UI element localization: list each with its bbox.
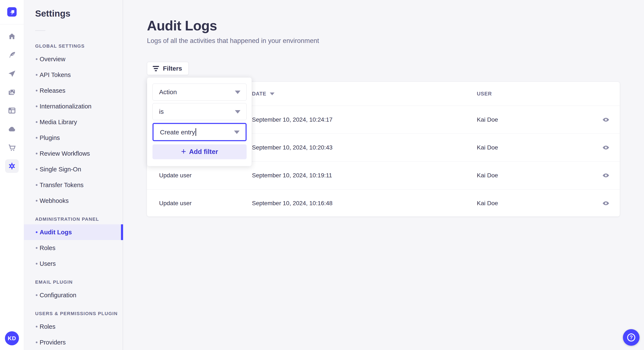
- view-log-button[interactable]: [600, 141, 612, 154]
- text-cursor: [196, 128, 196, 136]
- filter-field-select[interactable]: Action: [152, 84, 246, 101]
- layout-icon[interactable]: [5, 104, 19, 117]
- sidebar-item-api-tokens[interactable]: API Tokens: [24, 67, 123, 83]
- page-subtitle: Logs of all the activities that happened…: [147, 37, 319, 45]
- app-root: KD Settings GLOBAL SETTINGSOverviewAPI T…: [0, 0, 644, 350]
- add-filter-button[interactable]: + Add filter: [152, 144, 246, 159]
- rail-divider: [0, 24, 24, 24]
- sidebar-section-users-permissions-plugin: USERS & PERMISSIONS PLUGINRolesProviders: [24, 311, 123, 350]
- sidebar-item-media-library[interactable]: Media Library: [24, 114, 123, 130]
- sidebar-section-label: GLOBAL SETTINGS: [35, 43, 123, 49]
- user-avatar[interactable]: KD: [5, 331, 19, 345]
- sidebar-item-releases[interactable]: Releases: [24, 83, 123, 98]
- bullet-icon: [36, 294, 38, 296]
- bullet-icon: [36, 326, 38, 328]
- filter-popover: Action is Create entry + Add filter: [147, 77, 252, 166]
- view-log-button[interactable]: [600, 169, 612, 182]
- sidebar-section-email-plugin: EMAIL PLUGINConfiguration: [24, 279, 123, 303]
- gear-icon[interactable]: [5, 159, 19, 173]
- strapi-logo[interactable]: [7, 7, 16, 16]
- sidebar-item-label: Roles: [40, 323, 55, 330]
- cell-row-actions: [592, 169, 620, 182]
- view-log-button[interactable]: [600, 197, 612, 210]
- sidebar-item-plugins[interactable]: Plugins: [24, 130, 123, 146]
- cell-user: Kai Doe: [477, 200, 592, 207]
- sidebar-item-label: Internationalization: [40, 103, 91, 110]
- sidebar-item-single-sign-on[interactable]: Single Sign-On: [24, 161, 123, 177]
- chevron-down-icon: [235, 110, 240, 114]
- chevron-down-icon: [235, 91, 240, 94]
- sidebar-item-label: Users: [40, 260, 56, 267]
- sidebar-item-users[interactable]: Users: [24, 256, 123, 272]
- bullet-icon: [36, 137, 38, 139]
- bullet-icon: [36, 105, 38, 107]
- sidebar-item-list: Audit LogsRolesUsers: [24, 224, 123, 272]
- sidebar-section-label: USERS & PERMISSIONS PLUGIN: [35, 311, 123, 317]
- feather-icon[interactable]: [5, 48, 19, 62]
- nav-rail: KD: [0, 0, 24, 350]
- sidebar-title: Settings: [35, 8, 70, 19]
- cell-date: September 10, 2024, 10:19:11: [252, 172, 477, 179]
- sidebar-item-list: RolesProviders: [24, 319, 123, 350]
- pictures-icon[interactable]: [5, 85, 19, 99]
- sidebar-item-internationalization[interactable]: Internationalization: [24, 98, 123, 114]
- view-log-button[interactable]: [600, 113, 612, 126]
- sidebar-item-audit-logs[interactable]: Audit Logs: [24, 224, 123, 240]
- settings-sidebar: Settings GLOBAL SETTINGSOverviewAPI Toke…: [24, 0, 123, 350]
- sidebar-section-label: ADMINISTRATION PANEL: [35, 216, 123, 222]
- sidebar-item-label: Review Workflows: [40, 150, 90, 157]
- cell-user: Kai Doe: [477, 172, 592, 179]
- sidebar-item-review-workflows[interactable]: Review Workflows: [24, 146, 123, 161]
- filters-button-label: Filters: [163, 65, 182, 72]
- sidebar-item-label: Plugins: [40, 134, 60, 141]
- question-mark-icon: ?: [627, 334, 635, 342]
- cart-icon[interactable]: [5, 141, 19, 154]
- sidebar-sections: GLOBAL SETTINGSOverviewAPI TokensRelease…: [24, 43, 123, 350]
- sidebar-item-label: Configuration: [40, 292, 76, 299]
- sidebar-item-label: API Tokens: [40, 71, 71, 78]
- bullet-icon: [36, 74, 38, 76]
- column-header-date[interactable]: DATE: [252, 91, 477, 97]
- bullet-icon: [36, 90, 38, 91]
- sidebar-item-label: Overview: [40, 56, 66, 63]
- cell-user: Kai Doe: [477, 116, 592, 123]
- page-title: Audit Logs: [147, 18, 319, 34]
- sidebar-item-transfer-tokens[interactable]: Transfer Tokens: [24, 177, 123, 193]
- sidebar-item-roles[interactable]: Roles: [24, 240, 123, 256]
- paper-plane-icon[interactable]: [5, 67, 19, 80]
- chevron-down-icon: [234, 131, 240, 134]
- sidebar-item-webhooks[interactable]: Webhooks: [24, 193, 123, 209]
- cell-user: Kai Doe: [477, 144, 592, 151]
- audit-log-row: Update userSeptember 10, 2024, 10:16:48K…: [147, 189, 620, 217]
- eye-icon: [602, 173, 610, 178]
- bullet-icon: [36, 247, 38, 249]
- sidebar-item-label: Webhooks: [40, 197, 69, 204]
- bullet-icon: [36, 231, 38, 233]
- filter-value-select[interactable]: Create entry: [152, 123, 246, 141]
- sidebar-item-configuration[interactable]: Configuration: [24, 287, 123, 303]
- sidebar-item-roles[interactable]: Roles: [24, 319, 123, 335]
- sidebar-item-overview[interactable]: Overview: [24, 51, 123, 67]
- cell-row-actions: [592, 197, 620, 210]
- eye-icon: [602, 145, 610, 150]
- filter-icon: [153, 66, 159, 71]
- help-button[interactable]: ?: [623, 329, 640, 346]
- column-header-user: USER: [477, 91, 592, 97]
- cloud-icon[interactable]: [5, 122, 19, 136]
- sidebar-item-label: Single Sign-On: [40, 166, 81, 173]
- filter-operator-select[interactable]: is: [152, 103, 246, 120]
- cell-action: Update user: [147, 200, 252, 207]
- filters-button[interactable]: Filters: [147, 62, 189, 75]
- home-icon[interactable]: [5, 30, 19, 43]
- cell-date: September 10, 2024, 10:24:17: [252, 116, 477, 123]
- bullet-icon: [36, 169, 38, 170]
- sidebar-item-label: Transfer Tokens: [40, 181, 84, 189]
- sidebar-section-label: EMAIL PLUGIN: [35, 279, 123, 285]
- cell-row-actions: [592, 141, 620, 154]
- sidebar-item-providers[interactable]: Providers: [24, 335, 123, 350]
- sidebar-item-list: OverviewAPI TokensReleasesInternationali…: [24, 51, 123, 209]
- sidebar-section-administration-panel: ADMINISTRATION PANELAudit LogsRolesUsers: [24, 216, 123, 272]
- bullet-icon: [36, 58, 38, 60]
- filter-operator-value: is: [159, 108, 164, 115]
- sidebar-section-global-settings: GLOBAL SETTINGSOverviewAPI TokensRelease…: [24, 43, 123, 209]
